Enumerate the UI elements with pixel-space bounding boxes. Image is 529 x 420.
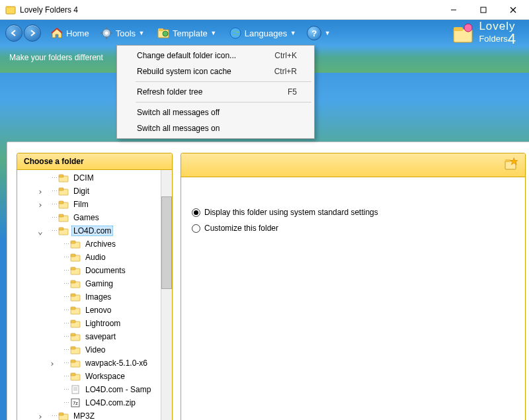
vertical-scrollbar[interactable]	[161, 170, 172, 420]
tree-item[interactable]: ⋯Lenovo	[21, 304, 172, 317]
panel-header-left: Choose a folder	[17, 153, 172, 170]
tree-item-label: LO4D.com.zip	[83, 398, 138, 408]
expander-icon[interactable]: ›	[36, 187, 45, 196]
tree-guide: ⋯	[45, 228, 58, 234]
home-icon	[50, 26, 63, 40]
expander-icon[interactable]: ›	[36, 200, 45, 210]
forward-button[interactable]	[24, 24, 41, 42]
app-icon	[5, 5, 16, 15]
minimize-button[interactable]	[438, 0, 468, 19]
menu-item-label: Switch all messages off	[137, 108, 220, 117]
folder-tree-scroll[interactable]: ⋯DCIM›⋯Digit›⋯Film⋯Games⌄⋯LO4D.com⋯Archi…	[17, 170, 172, 420]
tree-guide: ⋯	[45, 188, 58, 194]
folder-icon	[58, 173, 69, 183]
workspace: Choose a folder ⋯DCIM›⋯Digit›⋯Film⋯Games…	[7, 142, 529, 420]
tree-item[interactable]: ⋯DCIM	[21, 171, 172, 185]
tree-item-label: Lenovo	[83, 305, 113, 315]
maximize-button[interactable]	[468, 0, 498, 19]
menu-item[interactable]: Rebuild system icon cacheCtrl+R	[118, 63, 313, 79]
chevron-down-icon[interactable]: ▼	[323, 30, 332, 36]
radio-customize[interactable]: Customize this folder	[192, 224, 514, 233]
tree-item[interactable]: ⋯LO4D.com - Samp	[21, 383, 172, 396]
menu-item[interactable]: Switch all messages on	[118, 120, 313, 136]
tree-item-label: Images	[83, 292, 113, 302]
tree-item[interactable]: ⋯Gaming	[21, 277, 172, 290]
radio-label: Display this folder using system standar…	[204, 208, 378, 217]
tree-item[interactable]: ⋯Workspace	[21, 370, 172, 383]
languages-button[interactable]: Languages ▼	[226, 25, 300, 41]
close-button[interactable]	[498, 0, 528, 19]
brand-logo-area: Lovely Folders4	[451, 21, 524, 46]
tree-item[interactable]: ⋯Documents	[21, 264, 172, 277]
tools-button[interactable]: Tools ▼	[97, 25, 149, 41]
radio-display-system[interactable]: Display this folder using system standar…	[192, 208, 514, 217]
tree-guide: ⋯	[57, 333, 70, 340]
svg-rect-46	[71, 347, 75, 349]
svg-point-18	[464, 24, 472, 32]
svg-rect-62	[505, 159, 510, 162]
menu-separator	[136, 81, 311, 82]
home-button[interactable]: Home	[48, 25, 92, 41]
tree-item-label: Lightroom	[83, 318, 122, 329]
svg-text:7z: 7z	[73, 401, 78, 405]
radio-icon	[192, 224, 200, 233]
tree-item-label: Video	[83, 345, 107, 355]
tree-item[interactable]: ›⋯wavpack-5.1.0-x6	[21, 357, 172, 370]
svg-rect-38	[71, 294, 75, 296]
tree-item[interactable]: ⋯savepart	[21, 330, 172, 343]
tree-item[interactable]: ⋯Images	[21, 290, 172, 304]
chevron-down-icon[interactable]: ▼	[137, 30, 146, 36]
tree-item-label: Audio	[83, 252, 108, 263]
menu-separator	[136, 102, 311, 103]
tree-item[interactable]: ⋯7zLO4D.com.zip	[21, 396, 172, 409]
tree-item[interactable]: ⋯Lightroom	[21, 317, 172, 330]
menu-item[interactable]: Refresh folder treeF5	[118, 84, 313, 100]
tree-item[interactable]: ⋯Games	[21, 211, 172, 224]
folder-icon	[70, 253, 81, 262]
folder-icon	[58, 226, 69, 235]
expander-icon[interactable]: ›	[48, 358, 57, 368]
template-button[interactable]: Template ▼	[154, 25, 221, 41]
tree-item-label: DCIM	[71, 173, 96, 183]
tree-item[interactable]: ⋯Audio	[21, 251, 172, 264]
scroll-thumb[interactable]	[161, 196, 172, 289]
svg-rect-44	[71, 333, 75, 336]
folder-icon	[70, 332, 81, 341]
folder-icon	[70, 345, 81, 355]
tree-item[interactable]: ⋯Archives	[21, 237, 172, 251]
tree-item-label: Archives	[83, 239, 118, 249]
radio-label: Customize this folder	[204, 224, 278, 233]
menu-item-label: Switch all messages on	[137, 124, 220, 133]
template-label: Template	[173, 28, 208, 38]
folder-icon	[70, 279, 81, 288]
expander-icon[interactable]: ⌄	[36, 226, 45, 236]
svg-rect-28	[59, 228, 63, 230]
folder-tree: ⋯DCIM›⋯Digit›⋯Film⋯Games⌄⋯LO4D.com⋯Archi…	[17, 170, 172, 420]
svg-rect-17	[454, 27, 463, 31]
menu-item[interactable]: Switch all messages off	[118, 105, 313, 120]
tree-guide: ⋯	[57, 373, 70, 380]
folder-icon	[58, 187, 69, 196]
tree-item[interactable]: ›⋯Film	[21, 198, 172, 211]
svg-rect-36	[71, 280, 75, 283]
tree-item[interactable]: ›⋯Digit	[21, 185, 172, 198]
brand-icon	[451, 21, 475, 45]
chevron-down-icon[interactable]: ▼	[209, 30, 218, 36]
help-button[interactable]: ?	[307, 26, 321, 40]
tree-item[interactable]: ›⋯MP3Z	[21, 409, 172, 420]
file-icon	[70, 385, 81, 394]
svg-rect-42	[71, 320, 75, 323]
tree-item[interactable]: ⋯Video	[21, 343, 172, 357]
back-button[interactable]	[5, 24, 22, 42]
panel-title: Choose a folder	[24, 157, 84, 166]
svg-rect-58	[59, 413, 63, 415]
menu-item-shortcut: F5	[288, 87, 297, 97]
folder-icon	[70, 266, 81, 275]
tree-guide: ⋯	[57, 294, 70, 300]
chevron-down-icon[interactable]: ▼	[288, 30, 298, 36]
menu-item[interactable]: Change default folder icon...Ctrl+K	[118, 48, 313, 63]
tree-item[interactable]: ⌄⋯LO4D.com	[21, 224, 172, 237]
expander-icon[interactable]: ›	[36, 411, 45, 421]
tree-guide: ⋯	[57, 347, 70, 353]
watermark-text: LO4D.com	[473, 404, 522, 415]
